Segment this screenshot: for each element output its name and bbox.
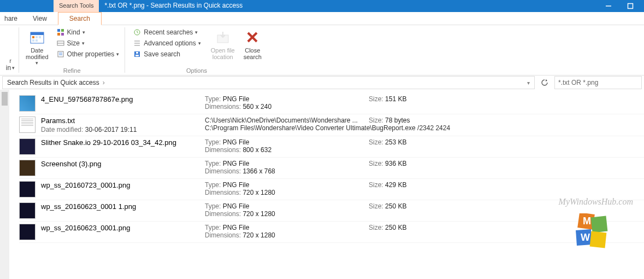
svg-rect-6 [39, 36, 41, 38]
file-name-column: Screenshot (3).png [41, 160, 205, 176]
size-label: Size [67, 39, 80, 47]
file-type: Type: PNG File [205, 95, 369, 103]
scrollbar[interactable] [0, 90, 9, 279]
file-size-column: Size: 151 KB [369, 95, 478, 112]
file-size-column: Size: 936 KB [369, 160, 478, 176]
refresh-button[interactable] [538, 76, 551, 89]
logo-icon: M W [573, 213, 611, 252]
results-list: 4_ENU_597568787867e.pngType: PNG FileDim… [9, 90, 644, 279]
tab-share[interactable]: hare [0, 13, 22, 25]
file-size-column: Size: 429 KB [369, 181, 478, 197]
recent-searches-label: Recent searches [144, 28, 193, 36]
svg-rect-4 [32, 36, 34, 38]
tab-view[interactable]: View [22, 13, 58, 25]
group-options: Recent searches ▾ Advanced options ▾ Sav… [125, 25, 268, 75]
close-icon [244, 28, 261, 46]
advanced-options-button[interactable]: Advanced options ▾ [131, 38, 203, 48]
group-location-label [5, 74, 15, 75]
size-button[interactable]: Size ▾ [54, 38, 122, 48]
open-file-location-button: Open file location [208, 27, 238, 61]
file-meta-column: Type: PNG FileDimensions: 560 x 240 [205, 95, 369, 112]
svg-rect-12 [61, 33, 64, 36]
file-meta-column: Type: PNG FileDimensions: 720 x 1280 [205, 181, 369, 197]
file-size-column: Size: 78 bytes [369, 117, 478, 133]
date-modified-button[interactable]: Date modified ▾ [22, 27, 52, 67]
tab-search[interactable]: Search [58, 12, 102, 25]
result-row[interactable]: Slither Snake.io 29-10-2016 03_34_42.png… [19, 136, 644, 158]
file-type: Type: PNG File [205, 181, 369, 189]
r-label: r [9, 57, 11, 64]
spacer [641, 0, 644, 12]
address-bar[interactable]: Search Results in Quick access › ▾ [2, 76, 535, 89]
file-type: Type: PNG File [205, 138, 369, 146]
file-thumbnail [19, 138, 36, 155]
size-icon [56, 39, 65, 48]
file-size-column: Size: 250 KB [369, 224, 478, 240]
ribbon: r in ▾ Date modified ▾ Kind ▾ [0, 25, 644, 75]
file-thumbnail [19, 95, 36, 112]
search-in-label[interactable]: in [6, 64, 11, 72]
search-box[interactable] [554, 76, 642, 89]
chevron-down-icon: ▾ [198, 40, 201, 46]
list-icon [133, 39, 141, 48]
watermark: MyWindowsHub.com [559, 197, 633, 207]
file-name-column: Params.txtDate modified: 30-06-2017 19:1… [41, 117, 205, 133]
chevron-down-icon: ▾ [82, 30, 85, 35]
file-name-column: 4_ENU_597568787867e.png [41, 95, 205, 112]
svg-rect-29 [591, 216, 608, 233]
file-thumbnail [19, 181, 36, 197]
search-tools-tab[interactable]: Search Tools [54, 0, 99, 12]
result-row[interactable]: wp_ss_20160623_0001.pngType: PNG FileDim… [19, 222, 644, 243]
window-title: *.txt OR *.png - Search Results in Quick… [99, 0, 598, 12]
svg-text:W: W [581, 232, 590, 243]
file-date-modified: Date modified: 30-06-2017 19:11 [41, 126, 205, 133]
file-meta-column: Type: PNG FileDimensions: 720 x 1280 [205, 224, 369, 240]
svg-rect-8 [36, 39, 38, 42]
svg-rect-10 [61, 29, 64, 32]
close-search-button[interactable]: Close search [240, 27, 265, 61]
properties-icon [56, 50, 65, 59]
chevron-right-icon[interactable]: › [103, 79, 105, 86]
maximize-button[interactable] [619, 0, 641, 12]
file-name-column: wp_ss_20160623_0001.png [41, 224, 205, 240]
file-thumbnail [19, 202, 36, 219]
file-name: Screenshot (3).png [41, 160, 205, 168]
kind-button[interactable]: Kind ▾ [54, 27, 122, 37]
minimize-button[interactable] [598, 0, 619, 12]
group-location: r in ▾ [2, 25, 19, 75]
address-row: Search Results in Quick access › ▾ [0, 75, 644, 90]
group-options-label: Options [128, 67, 264, 75]
other-properties-label: Other properties [67, 50, 115, 58]
result-row[interactable]: Screenshot (3).pngType: PNG FileDimensio… [19, 158, 644, 179]
save-search-label: Save search [144, 50, 180, 58]
scrollbar-thumb[interactable] [2, 92, 8, 106]
file-meta-column: Type: PNG FileDimensions: 720 x 1280 [205, 202, 369, 219]
other-properties-button[interactable]: Other properties ▾ [54, 49, 122, 59]
chevron-down-icon: ▾ [12, 65, 15, 71]
save-search-button[interactable]: Save search [131, 49, 203, 59]
file-name: Params.txt [41, 117, 205, 125]
result-row[interactable]: 4_ENU_597568787867e.pngType: PNG FileDim… [19, 93, 644, 114]
calendar-icon [28, 28, 46, 46]
recent-searches-button[interactable]: Recent searches ▾ [131, 27, 203, 37]
save-icon [133, 50, 141, 59]
file-dimensions: Dimensions: 560 x 240 [205, 103, 369, 111]
result-row[interactable]: wp_ss_20160623_0001 1.pngType: PNG FileD… [19, 200, 644, 222]
chevron-down-icon: ▾ [82, 40, 85, 46]
chevron-down-icon: ▾ [116, 51, 119, 57]
file-name-column: Slither Snake.io 29-10-2016 03_34_42.png [41, 138, 205, 155]
result-row[interactable]: Params.txtDate modified: 30-06-2017 19:1… [19, 114, 644, 136]
svg-rect-3 [31, 32, 44, 35]
file-name: Slither Snake.io 29-10-2016 03_34_42.png [41, 138, 205, 147]
svg-rect-1 [628, 4, 633, 9]
breadcrumb[interactable]: Search Results in Quick access [7, 79, 99, 86]
svg-rect-24 [136, 52, 138, 54]
result-row[interactable]: wp_ss_20160723_0001.pngType: PNG FileDim… [19, 179, 644, 200]
svg-rect-11 [57, 33, 60, 36]
date-modified-label: Date modified [26, 47, 49, 60]
svg-rect-5 [36, 36, 38, 38]
svg-rect-9 [57, 29, 60, 32]
search-input[interactable] [558, 79, 638, 86]
chevron-down-icon[interactable]: ▾ [527, 80, 530, 86]
chevron-down-icon: ▾ [195, 30, 198, 35]
